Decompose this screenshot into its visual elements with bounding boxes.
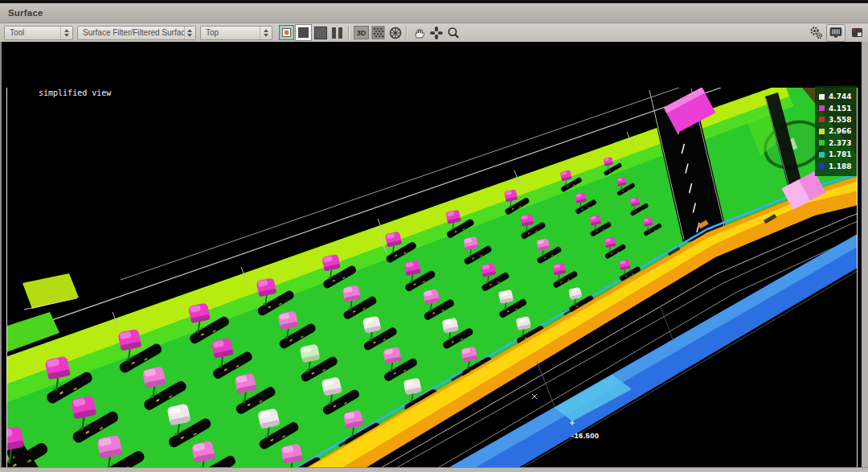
toolbar-separator <box>348 26 349 40</box>
tool-dropdown[interactable]: Tool <box>4 26 73 40</box>
window-title: Surface <box>0 8 43 18</box>
window-bottom-edge <box>0 467 868 472</box>
legend-entry: 2.966 <box>819 125 857 137</box>
tool-dropdown-label: Tool <box>5 28 24 37</box>
legend-color-swatch <box>819 140 825 146</box>
dropdown-stepper-icon <box>260 27 272 39</box>
pan-hand-icon <box>412 26 427 40</box>
viewport-border <box>6 88 7 472</box>
square-filled-button[interactable] <box>313 25 328 40</box>
wheel-view-button[interactable] <box>387 25 403 40</box>
orbit-button[interactable] <box>428 25 444 40</box>
square-outline-icon <box>296 25 311 40</box>
legend-value: 3.558 <box>829 116 851 124</box>
view-orientation-dropdown-label: Top <box>201 28 219 37</box>
legend-color-swatch <box>819 129 825 134</box>
legend-value: 4.744 <box>829 92 851 101</box>
window-right-edge <box>862 42 868 468</box>
dropdown-stepper-icon <box>60 27 72 39</box>
legend-entry: 4.744 <box>819 91 857 102</box>
point-style-button[interactable] <box>279 25 294 40</box>
legend-value: 1.188 <box>829 162 851 170</box>
settings-gears-icon <box>809 25 824 41</box>
title-bar[interactable]: Surface <box>0 3 868 23</box>
dual-bars-icon <box>332 27 342 39</box>
legend-entry: 4.151 <box>819 102 857 113</box>
legend-value: 1.781 <box>829 150 851 158</box>
dual-bars-button[interactable] <box>330 25 345 40</box>
3d-view-button[interactable]: 3D <box>354 25 369 40</box>
legend-color-swatch <box>819 94 825 100</box>
legend-color-swatch <box>819 117 825 122</box>
mesh-display-button[interactable] <box>371 25 386 40</box>
legend-entry: 1.781 <box>819 149 857 160</box>
view-orientation-dropdown[interactable]: Top <box>200 26 272 40</box>
elevation-legend: 4.7444.1513.5582.9662.3731.7811.188 <box>815 86 857 176</box>
pan-button[interactable] <box>411 25 427 40</box>
square-outline-button[interactable] <box>296 25 311 40</box>
application-window: { "window": { "title": "Surface" }, "too… <box>0 0 868 472</box>
legend-color-swatch <box>819 163 825 169</box>
legend-value: 2.373 <box>829 139 851 147</box>
window-left-edge <box>0 42 2 468</box>
toolbar-right-group <box>807 23 865 42</box>
scene-canvas[interactable] <box>6 88 857 472</box>
square-filled-icon <box>314 27 327 39</box>
viewport-border <box>857 88 858 472</box>
zoom-button[interactable] <box>445 25 461 40</box>
point-style-icon <box>279 25 294 40</box>
legend-entry: 3.558 <box>819 114 857 125</box>
elevation-measurement-label: -16.500 <box>571 431 599 440</box>
surface-filter-dropdown-label: Surface Filter/Filtered Surface <box>78 28 184 37</box>
wheel-icon <box>388 26 403 40</box>
toolbar: Tool Surface Filter/Filtered Surface Top… <box>0 23 868 42</box>
dropdown-stepper-icon <box>184 27 195 39</box>
legend-value: 4.151 <box>829 105 851 113</box>
mesh-icon <box>371 26 385 39</box>
toolbar-separator <box>406 26 407 40</box>
legend-entry: 2.373 <box>819 137 857 149</box>
view-mode-label: simplified view <box>39 88 111 97</box>
layout-windows-icon <box>851 27 864 39</box>
screen-icon <box>829 27 843 39</box>
zoom-magnifier-icon <box>446 26 461 40</box>
surface-3d-viewport[interactable]: simplified view -16.500 4.7444.1513.5582… <box>0 42 868 468</box>
settings-button[interactable] <box>809 25 824 40</box>
legend-color-swatch <box>819 105 825 111</box>
legend-value: 2.966 <box>829 127 851 135</box>
legend-entry: 1.188 <box>819 160 857 171</box>
layout-button[interactable] <box>850 25 865 40</box>
surface-filter-dropdown[interactable]: Surface Filter/Filtered Surface <box>77 26 196 40</box>
display-settings-button[interactable] <box>826 24 845 42</box>
3d-icon: 3D <box>354 26 369 39</box>
orbit-rotate-icon <box>429 26 444 40</box>
legend-color-swatch <box>819 152 825 158</box>
